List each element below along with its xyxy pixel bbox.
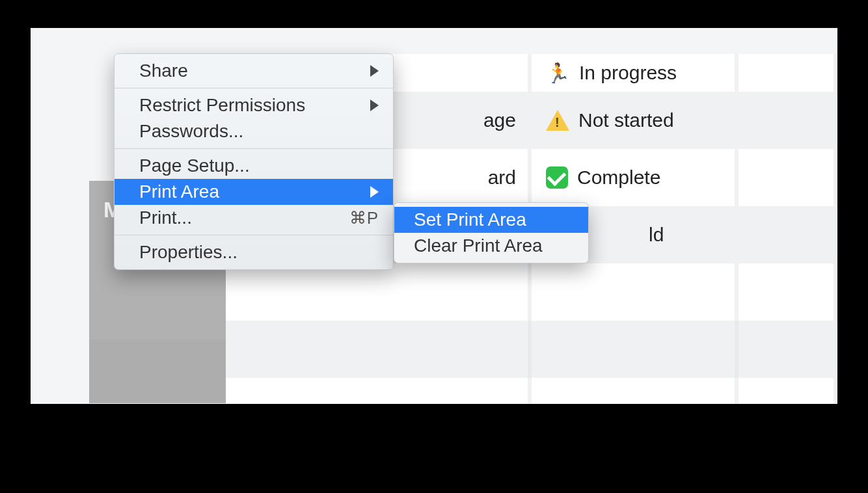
cell-r6-c4[interactable] — [739, 321, 837, 378]
cell-r2-c3[interactable]: Not started — [532, 92, 739, 149]
submenu-item-set-print-area[interactable]: Set Print Area — [394, 207, 588, 233]
cell-r3-c4[interactable] — [739, 149, 837, 206]
keyboard-shortcut: ⌘P — [349, 208, 379, 228]
submenu-arrow-icon — [370, 100, 379, 111]
status-text: Complete — [577, 167, 660, 189]
cell-r7-c3[interactable] — [532, 378, 739, 404]
cell-r6-c3[interactable] — [532, 321, 739, 378]
menu-label: Properties... — [139, 242, 237, 263]
submenu-item-clear-print-area[interactable]: Clear Print Area — [394, 233, 588, 259]
menu-item-print-area[interactable]: Print Area — [115, 179, 393, 205]
menu-label: Print Area — [139, 181, 219, 202]
context-menu: Share Restrict Permissions Passwords... … — [114, 53, 394, 270]
cell-text: ard — [488, 167, 516, 189]
menu-item-properties[interactable]: Properties... — [115, 239, 393, 265]
status-text: In progress — [579, 62, 677, 84]
submenu-arrow-icon — [370, 186, 379, 198]
menu-separator — [115, 148, 393, 149]
menu-item-passwords[interactable]: Passwords... — [115, 118, 393, 144]
cell-r5-c3[interactable] — [532, 263, 739, 321]
menu-label: Print... — [139, 207, 192, 228]
cell-text: age — [483, 109, 516, 131]
status-text: Not started — [578, 109, 674, 131]
row-header-bottom — [89, 340, 226, 403]
submenu-arrow-icon — [370, 65, 379, 77]
cell-r5-c2[interactable] — [226, 263, 532, 321]
cell-r1-c4[interactable] — [739, 54, 837, 92]
checkmark-icon — [546, 167, 568, 189]
running-icon: 🏃 — [546, 62, 570, 85]
cell-r3-c3[interactable]: Complete — [532, 149, 739, 206]
menu-label: Clear Print Area — [414, 235, 543, 256]
cell-r7-c4[interactable] — [739, 378, 837, 404]
menu-label: Passwords... — [139, 121, 243, 142]
menu-item-share[interactable]: Share — [115, 58, 393, 84]
menu-item-restrict-permissions[interactable]: Restrict Permissions — [115, 92, 393, 118]
cell-r4-c4[interactable] — [739, 206, 837, 263]
print-area-submenu: Set Print Area Clear Print Area — [394, 202, 589, 263]
menu-label: Page Setup... — [139, 155, 250, 176]
cell-r7-c2[interactable] — [226, 378, 532, 404]
menu-item-page-setup[interactable]: Page Setup... — [115, 153, 393, 179]
warning-icon — [546, 110, 569, 131]
menu-label: Restrict Permissions — [139, 95, 305, 116]
menu-label: Set Print Area — [414, 209, 526, 230]
cell-r5-c4[interactable] — [739, 263, 837, 321]
cell-r2-c4[interactable] — [739, 92, 837, 149]
cell-r1-c3[interactable]: 🏃 In progress — [532, 54, 739, 92]
menu-separator — [115, 235, 393, 235]
cell-r6-c2[interactable] — [226, 321, 532, 378]
status-text-fragment: ld — [649, 224, 664, 246]
menu-label: Share — [139, 60, 188, 81]
menu-item-print[interactable]: Print... ⌘P — [115, 205, 393, 231]
screenshot-stage: Mor 🏃 In progress age Not started ard Co… — [31, 28, 837, 404]
menu-separator — [115, 88, 393, 88]
